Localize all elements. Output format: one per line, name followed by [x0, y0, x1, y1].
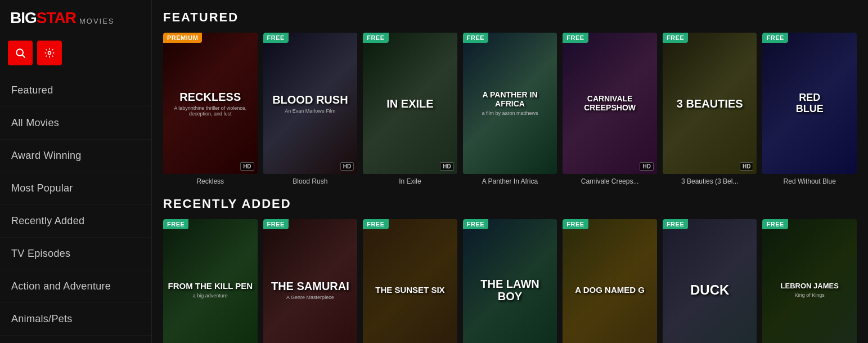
movie-card-samurai[interactable]: FREE THE SAMURAIA Genre Masterpiece HD T… — [263, 219, 358, 343]
badge-free-bloodrush: FREE — [263, 33, 289, 43]
sidebar-item-most-popular[interactable]: Most Popular — [0, 172, 151, 205]
movie-card-carnivale[interactable]: FREE CARNIVALE CREEPSHOW HD Carnivale Cr… — [563, 33, 657, 185]
badge-free-killpen: FREE — [163, 219, 188, 229]
hd-badge-carnivale: HD — [640, 162, 653, 171]
movie-card-reckless[interactable]: PREMIUM RECKLESSA labyrinthine thriller … — [163, 33, 258, 185]
movie-poster-sunsetsix: FREE THE SUNSET SIX HD — [363, 219, 457, 343]
movie-poster-panther: FREE A PANTHER IN AFRICAa film by aaron … — [463, 33, 557, 174]
movie-poster-samurai: FREE THE SAMURAIA Genre Masterpiece HD — [263, 219, 358, 343]
badge-free-inexile: FREE — [363, 33, 388, 43]
movie-card-inexile[interactable]: FREE IN EXILE HD In Exile — [363, 33, 457, 185]
movie-title-carnivale: Carnivale Creeps... — [563, 177, 657, 185]
badge-free-panther: FREE — [463, 33, 488, 43]
movie-card-lawnboy[interactable]: FREE THE LAWN BOY HD The Lawn Boy — [463, 219, 557, 343]
logo-big: BIG — [10, 9, 37, 27]
featured-title: FEATURED — [163, 10, 857, 25]
movie-poster-dognamed: FREE A DOG NAMED G HD — [563, 219, 657, 343]
sidebar-item-all-movies[interactable]: All Movies — [0, 107, 151, 140]
badge-free-sunsetsix: FREE — [363, 219, 388, 229]
movie-poster-inexile: FREE IN EXILE HD — [363, 33, 457, 174]
featured-section: FEATURED PREMIUM RECKLESSA labyrinthine … — [163, 10, 857, 185]
hd-badge-beauties: HD — [740, 162, 753, 171]
sidebar-item-action-adventure[interactable]: Action and Adventure — [0, 270, 151, 303]
movie-poster-carnivale: FREE CARNIVALE CREEPSHOW HD — [563, 33, 657, 174]
movie-card-panther[interactable]: FREE A PANTHER IN AFRICAa film by aaron … — [463, 33, 557, 185]
badge-free-carnivale: FREE — [563, 33, 588, 43]
movie-card-dognamed[interactable]: FREE A DOG NAMED G HD A Dog Named G... — [563, 219, 657, 343]
search-bar — [8, 41, 143, 65]
movie-poster-redblue: FREE REDBLUE — [762, 33, 857, 174]
settings-button[interactable] — [37, 41, 62, 65]
movie-card-bloodrush[interactable]: FREE BLOOD RUSHAn Evan Marlowe Film HD B… — [263, 33, 358, 185]
movie-title-reckless: Reckless — [163, 177, 258, 185]
logo-star: STAR — [37, 9, 76, 27]
movie-card-sunsetsix[interactable]: FREE THE SUNSET SIX HD The Sunset Six — [363, 219, 457, 343]
recently-added-section: RECENTLY ADDED FREE FROM THE KILL PENa b… — [163, 197, 857, 343]
sidebar-item-featured[interactable]: Featured — [0, 74, 151, 107]
movie-poster-lawnboy: FREE THE LAWN BOY HD — [463, 219, 557, 343]
svg-line-1 — [23, 55, 25, 58]
sidebar-item-tv-episodes[interactable]: TV Episodes — [0, 238, 151, 270]
recently-added-grid: FREE FROM THE KILL PENa big adventure HD… — [163, 219, 857, 343]
badge-free-lebron: FREE — [762, 219, 788, 229]
logo-movies: MOVIES — [79, 17, 115, 25]
sidebar-item-award-winning[interactable]: Award Winning — [0, 140, 151, 172]
movie-card-lebron[interactable]: FREE LEBRON JAMESKing of Kings Lebron Ja… — [762, 219, 857, 343]
movie-card-beauties[interactable]: FREE 3 BEAUTIES HD 3 Beauties (3 Bel... — [663, 33, 757, 185]
hd-badge-reckless: HD — [240, 162, 254, 171]
hd-badge-bloodrush: HD — [340, 162, 354, 171]
movie-poster-beauties: FREE 3 BEAUTIES HD — [663, 33, 757, 174]
sidebar: BIGSTARMOVIES Featured All Movies Award … — [0, 0, 152, 343]
movie-card-killpen[interactable]: FREE FROM THE KILL PENa big adventure HD… — [163, 219, 258, 343]
movie-title-redblue: Red Without Blue — [762, 177, 857, 185]
nav-menu: Featured All Movies Award Winning Most P… — [0, 74, 151, 336]
badge-free-lawnboy: FREE — [463, 219, 488, 229]
movie-poster-killpen: FREE FROM THE KILL PENa big adventure HD — [163, 219, 258, 343]
sidebar-item-recently-added[interactable]: Recently Added — [0, 205, 151, 238]
movie-poster-lebron: FREE LEBRON JAMESKing of Kings — [762, 219, 857, 343]
movie-card-duck[interactable]: FREE DUCK Duck — [663, 219, 757, 343]
movie-card-redblue[interactable]: FREE REDBLUE Red Without Blue — [762, 33, 857, 185]
svg-point-0 — [16, 49, 23, 56]
badge-free-samurai: FREE — [263, 219, 289, 229]
movie-poster-reckless: PREMIUM RECKLESSA labyrinthine thriller … — [163, 33, 258, 174]
svg-point-2 — [48, 52, 51, 55]
recently-added-title: RECENTLY ADDED — [163, 197, 857, 211]
badge-free-duck: FREE — [663, 219, 688, 229]
search-button[interactable] — [8, 41, 33, 65]
main-content: FEATURED PREMIUM RECKLESSA labyrinthine … — [152, 0, 868, 343]
logo-area: BIGSTARMOVIES — [0, 0, 151, 36]
hd-badge-inexile: HD — [440, 162, 453, 171]
movie-title-panther: A Panther In Africa — [463, 177, 557, 185]
movie-title-beauties: 3 Beauties (3 Bel... — [663, 177, 757, 185]
badge-free-dognamed: FREE — [563, 219, 588, 229]
movie-title-inexile: In Exile — [363, 177, 457, 185]
featured-grid: PREMIUM RECKLESSA labyrinthine thriller … — [163, 33, 857, 185]
badge-free-beauties: FREE — [663, 33, 688, 43]
movie-poster-bloodrush: FREE BLOOD RUSHAn Evan Marlowe Film HD — [263, 33, 358, 174]
badge-premium-reckless: PREMIUM — [163, 33, 202, 43]
movie-poster-duck: FREE DUCK — [663, 219, 757, 343]
badge-free-redblue: FREE — [762, 33, 788, 43]
movie-title-bloodrush: Blood Rush — [263, 177, 358, 185]
sidebar-item-animals-pets[interactable]: Animals/Pets — [0, 303, 151, 336]
